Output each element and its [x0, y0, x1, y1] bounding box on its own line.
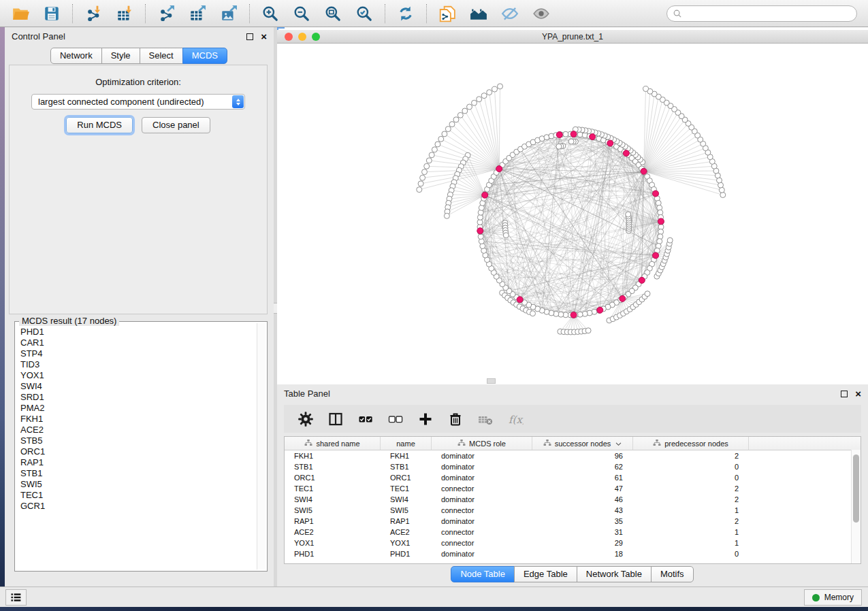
network-view-panel: YPA_prune.txt_1	[277, 27, 868, 384]
table-panel: Table Panel × f(x) shared namenameMCDS r…	[277, 384, 868, 587]
hide-details-icon[interactable]	[500, 3, 520, 24]
table-row[interactable]: FKH1FKH1dominator962	[285, 450, 861, 461]
cell-name: TEC1	[381, 484, 432, 493]
first-neighbors-icon[interactable]	[468, 3, 489, 24]
function-icon: f(x)	[500, 407, 530, 431]
column-header-shared-name[interactable]: shared name	[285, 437, 381, 450]
export-table-icon[interactable]	[187, 3, 208, 24]
deselect-all-icon[interactable]	[381, 407, 411, 431]
cell-predecessor_nodes: 0	[633, 463, 749, 471]
tab-motifs[interactable]: Motifs	[651, 566, 694, 582]
open-icon[interactable]	[10, 3, 31, 24]
mcds-result-item: ORC1	[20, 446, 252, 457]
tab-network-table[interactable]: Network Table	[577, 566, 652, 582]
window-close-icon[interactable]	[285, 33, 293, 41]
mcds-result-item: TEC1	[20, 490, 252, 501]
network-graph-canvas[interactable]	[277, 44, 868, 381]
cell-name: ACE2	[381, 528, 432, 536]
cell-successor_nodes: 46	[532, 495, 633, 503]
cell-name: ORC1	[381, 474, 432, 482]
table-row[interactable]: TEC1TEC1connector472	[285, 483, 861, 494]
attribute-type-icon	[653, 440, 661, 448]
cell-shared_name: YOX1	[285, 539, 381, 547]
list-icon	[10, 591, 22, 604]
memory-button[interactable]: Memory	[804, 589, 862, 606]
cell-mcds_role: dominator	[432, 474, 532, 482]
zoom-selected-icon[interactable]	[354, 3, 374, 24]
mcds-result-list[interactable]: PHD1CAR1STP4TID3YOX1SWI4SRD1PMA2FKH1ACE2…	[18, 325, 255, 568]
table-scrollbar[interactable]	[851, 450, 861, 563]
column-header-MCDS-role[interactable]: MCDS role	[432, 437, 532, 450]
cell-successor_nodes: 29	[532, 539, 633, 547]
show-details-icon[interactable]	[531, 3, 551, 24]
table-panel-tabs: Node TableEdge TableNetwork TableMotifs	[277, 566, 868, 582]
settings-icon[interactable]	[291, 407, 321, 431]
show-panels-list-button[interactable]	[5, 589, 27, 606]
cell-shared_name: ACE2	[285, 528, 381, 536]
export-network-icon[interactable]	[156, 3, 176, 24]
cell-name: SWI4	[381, 495, 432, 503]
clone-network-icon[interactable]	[437, 3, 457, 24]
table-row[interactable]: ORC1ORC1dominator610	[285, 472, 861, 483]
cell-mcds_role: connector	[432, 484, 532, 493]
table-panel-float-button[interactable]	[841, 391, 848, 397]
optimization-criterion-dropdown[interactable]: largest connected component (undirected)	[31, 94, 245, 110]
horizontal-splitter-handle[interactable]	[487, 378, 496, 384]
cell-shared_name: SWI5	[285, 506, 381, 514]
table-row[interactable]: YOX1YOX1connector291	[285, 538, 861, 548]
import-table-icon[interactable]	[114, 3, 135, 24]
cell-name: STB1	[381, 463, 432, 471]
cell-successor_nodes: 31	[532, 528, 633, 536]
tab-mcds[interactable]: MCDS	[182, 48, 227, 64]
cell-mcds_role: connector	[432, 506, 532, 514]
zoom-in-icon[interactable]	[260, 3, 280, 24]
control-panel-float-button[interactable]	[246, 33, 253, 40]
delete-row-icon[interactable]	[440, 407, 470, 431]
apply-layout-icon[interactable]	[396, 3, 416, 24]
table-row[interactable]: STB1STB1dominator620	[285, 461, 861, 472]
mcds-panel: Optimization criterion: largest connecte…	[9, 65, 268, 314]
search-field[interactable]	[666, 5, 857, 22]
cell-name: FKH1	[381, 452, 432, 460]
column-header-predecessor-nodes[interactable]: predecessor nodes	[633, 437, 749, 450]
tab-network[interactable]: Network	[50, 48, 102, 64]
cell-mcds_role: connector	[432, 528, 532, 536]
tab-style[interactable]: Style	[101, 48, 140, 64]
mcds-result-scrollbar[interactable]	[257, 323, 266, 569]
cell-predecessor_nodes: 0	[633, 474, 749, 482]
run-mcds-button[interactable]: Run MCDS	[66, 117, 133, 133]
add-row-icon[interactable]	[411, 407, 440, 431]
close-panel-button[interactable]: Close panel	[142, 117, 210, 133]
columns-icon[interactable]	[321, 407, 351, 431]
zoom-out-icon[interactable]	[291, 3, 312, 24]
table-scrollbar-thumb[interactable]	[853, 455, 859, 523]
search-icon	[672, 8, 684, 20]
export-image-icon[interactable]	[219, 3, 239, 24]
mcds-result-item: GCR1	[20, 501, 252, 512]
window-minimize-icon[interactable]	[298, 33, 306, 41]
cell-predecessor_nodes: 2	[633, 452, 749, 460]
dropdown-selected-value: largest connected component (undirected)	[38, 97, 204, 107]
window-zoom-icon[interactable]	[312, 33, 320, 41]
search-input[interactable]	[686, 8, 852, 19]
column-header-name[interactable]: name	[381, 437, 432, 450]
control-panel-close-button[interactable]: ×	[261, 31, 267, 42]
tab-edge-table[interactable]: Edge Table	[514, 566, 577, 582]
table-row[interactable]: PHD1PHD1dominator180	[285, 548, 861, 559]
table-row[interactable]: RAP1RAP1dominator352	[285, 516, 861, 527]
select-all-icon[interactable]	[351, 407, 381, 431]
desktop-wallpaper-bottom	[0, 607, 868, 611]
node-table: shared namenameMCDS rolesuccessor nodesp…	[284, 436, 861, 564]
tab-select[interactable]: Select	[140, 48, 183, 64]
import-network-icon[interactable]	[83, 3, 103, 24]
cell-name: RAP1	[381, 517, 432, 525]
tab-node-table[interactable]: Node Table	[451, 566, 515, 582]
table-row[interactable]: SWI4SWI4dominator462	[285, 494, 861, 505]
table-row[interactable]: SWI5SWI5connector431	[285, 505, 861, 516]
table-row[interactable]: ACE2ACE2connector311	[285, 527, 861, 538]
table-panel-close-button[interactable]: ×	[855, 389, 861, 399]
column-header-successor-nodes[interactable]: successor nodes	[532, 437, 633, 450]
save-icon[interactable]	[42, 3, 62, 24]
zoom-fit-icon[interactable]	[323, 3, 343, 24]
cell-shared_name: ORC1	[285, 474, 381, 482]
